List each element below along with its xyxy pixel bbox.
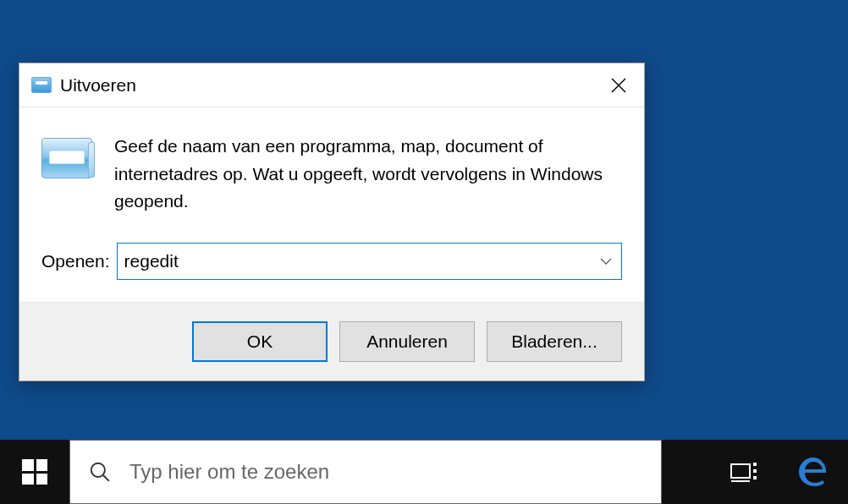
svg-rect-6 xyxy=(753,469,757,473)
edge-icon xyxy=(796,455,830,489)
svg-rect-5 xyxy=(753,463,757,466)
search-icon xyxy=(89,461,111,483)
open-input[interactable] xyxy=(118,244,591,279)
run-dialog: Uitvoeren Geef de naam van een programma… xyxy=(19,63,645,381)
search-placeholder: Typ hier om te zoeken xyxy=(129,460,329,484)
cancel-button[interactable]: Annuleren xyxy=(339,321,475,362)
browse-button[interactable]: Bladeren... xyxy=(487,321,622,362)
description-text: Geef de naam van een programma, map, doc… xyxy=(114,133,622,216)
svg-line-3 xyxy=(103,475,109,481)
button-row: OK Annuleren Bladeren... xyxy=(19,302,644,381)
titlebar-left: Uitvoeren xyxy=(31,75,136,96)
taskbar-icons xyxy=(709,440,848,504)
open-combobox[interactable] xyxy=(117,243,622,280)
chevron-down-icon[interactable] xyxy=(591,244,621,279)
run-icon-large xyxy=(41,138,92,178)
input-row: Openen: xyxy=(41,243,622,280)
run-icon xyxy=(31,77,52,93)
svg-point-2 xyxy=(91,463,105,477)
open-label: Openen: xyxy=(41,251,110,271)
windows-logo-icon xyxy=(22,459,47,485)
taskbar: Typ hier om te zoeken xyxy=(0,440,848,504)
ok-button[interactable]: OK xyxy=(192,321,328,362)
taskbar-search[interactable]: Typ hier om te zoeken xyxy=(69,440,662,504)
dialog-title: Uitvoeren xyxy=(60,75,136,96)
description-row: Geef de naam van een programma, map, doc… xyxy=(41,133,622,216)
task-view-button[interactable] xyxy=(709,440,779,504)
task-view-icon xyxy=(730,457,758,486)
dialog-content: Geef de naam van een programma, map, doc… xyxy=(19,107,644,302)
svg-rect-4 xyxy=(731,464,750,478)
close-button[interactable] xyxy=(593,63,644,107)
svg-rect-7 xyxy=(753,476,757,479)
start-button[interactable] xyxy=(0,440,69,504)
edge-button[interactable] xyxy=(779,440,848,504)
titlebar: Uitvoeren xyxy=(19,63,644,107)
close-icon xyxy=(611,78,626,93)
